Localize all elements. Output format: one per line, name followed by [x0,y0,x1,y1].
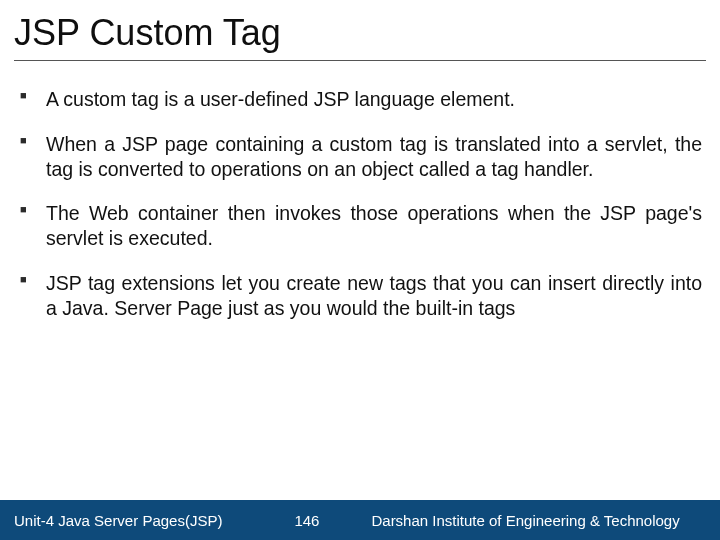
footer-bar: Unit-4 Java Server Pages(JSP) 146 Darsha… [0,500,720,540]
bullet-item: JSP tag extensions let you create new ta… [18,271,702,321]
footer-unit: Unit-4 Java Server Pages(JSP) [14,512,222,529]
slide: JSP Custom Tag A custom tag is a user-de… [0,0,720,540]
footer-page-number: 146 [294,512,319,529]
bullet-item: A custom tag is a user-defined JSP langu… [18,87,702,112]
slide-title: JSP Custom Tag [14,12,706,61]
footer-institute: Darshan Institute of Engineering & Techn… [361,512,706,529]
bullet-item: The Web container then invokes those ope… [18,201,702,251]
bullet-item: When a JSP page containing a custom tag … [18,132,702,182]
title-block: JSP Custom Tag [0,0,720,69]
slide-content: A custom tag is a user-defined JSP langu… [0,69,720,500]
bullet-list: A custom tag is a user-defined JSP langu… [18,87,702,320]
